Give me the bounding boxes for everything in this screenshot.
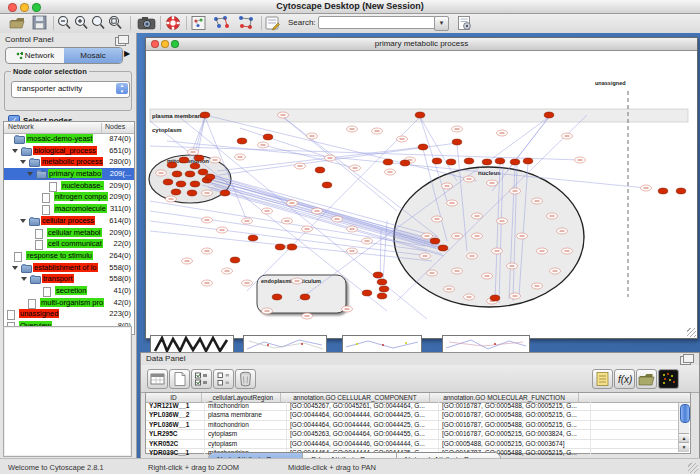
network-node[interactable] [172,171,182,177]
tree-row[interactable]: response to stimulu264(0) [4,250,134,262]
zoom-out-icon[interactable] [56,15,74,31]
network-node[interactable] [510,159,520,165]
search-dropdown-button[interactable]: ▼ [434,16,449,31]
tree-row[interactable]: multi-organism pro42(0) [4,297,134,309]
table-row[interactable]: YPL036W__2plasma membrane[GO:0044464, GO… [146,411,690,420]
network-node[interactable] [362,290,372,296]
tab-network[interactable]: Network [6,48,64,63]
network-node[interactable] [544,112,554,118]
tree-row[interactable]: macromolecule311(0) [4,203,134,215]
network-node[interactable] [379,286,389,292]
heatmap-icon[interactable] [658,369,679,389]
tree-row[interactable]: cellular metabol209(0) [4,227,134,239]
frame-resize-grip[interactable] [687,328,696,337]
network-node[interactable] [179,157,189,163]
search-input[interactable] [318,16,436,29]
formula-icon[interactable]: f(x) [614,369,635,389]
network-node[interactable] [167,162,177,168]
window-resize-grip[interactable] [688,463,698,473]
network-node[interactable] [658,188,668,194]
network-node[interactable] [383,159,393,165]
table-row[interactable]: YLR295Ccytoplasm[GO:0045263, GO:0044464,… [146,430,690,439]
network-node[interactable] [490,295,500,301]
expand-arrow-icon[interactable] [21,277,27,281]
network-node[interactable] [190,163,200,169]
expand-arrow-icon[interactable] [27,172,33,176]
network-node[interactable] [452,139,462,145]
network-node[interactable] [482,159,492,165]
apply-style-icon[interactable] [456,15,474,31]
tree-row[interactable]: cell communicat22(0) [4,238,134,250]
float-data-panel-icon[interactable] [680,356,691,365]
network-node[interactable] [190,181,200,187]
scroll-down-icon[interactable]: ▼ [679,442,689,452]
network-node[interactable] [200,112,210,118]
scrollbar-thumb[interactable] [680,404,690,423]
network-node[interactable] [230,257,240,263]
network-node[interactable] [430,238,440,244]
help-lifering-icon[interactable] [164,15,182,31]
network-node[interactable] [163,179,173,185]
network-node[interactable] [248,235,258,241]
camera-snapshot-icon[interactable] [137,15,155,31]
import-attributes-icon[interactable] [636,369,657,389]
column-header[interactable]: _cellularLayoutRegion [202,393,281,402]
delete-attribute-icon[interactable] [235,369,256,389]
table-row[interactable]: YKR052Ccytoplasm[GO:0044464, GO:0044446,… [146,440,690,449]
network-node[interactable] [438,245,448,251]
tree-row[interactable]: nitrogen compo209(0) [4,191,134,203]
network-canvas[interactable]: plasma membrane cytoplasm mitochondrion … [147,51,694,335]
network-node[interactable] [377,279,387,285]
edit-form-icon[interactable] [264,15,282,31]
zoom-fit-icon[interactable] [107,15,125,31]
open-folder-icon[interactable] [9,15,27,31]
tab-mosaic[interactable]: Mosaic [64,48,122,63]
network-node[interactable] [377,293,387,299]
network-frame-titlebar[interactable]: primary metabolic process [146,38,697,51]
zoom-in-icon[interactable] [73,15,91,31]
table-scrollbar[interactable]: ▲ ▼ [678,403,689,452]
network-node[interactable] [220,190,230,196]
network-node[interactable] [415,112,425,118]
unselect-attributes-icon[interactable] [213,369,234,389]
network-node[interactable] [194,155,204,161]
birdseye-view-panel[interactable] [3,326,132,457]
network-node[interactable] [495,158,505,164]
table-row[interactable]: YPL036W__1mitochondrion[GO:0044464, GO:0… [146,421,690,430]
more-tabs-arrow[interactable]: ▶ [124,49,130,58]
network-node[interactable] [171,189,181,195]
node-color-dropdown[interactable]: transporter activity ▲▼ [11,81,130,98]
expand-arrow-icon[interactable] [20,219,26,223]
column-header[interactable]: annotation.GO CELLULAR_COMPONENT [281,393,430,402]
tree-row[interactable]: secretion41(0) [4,285,134,297]
tree-row[interactable]: nucleobase-209(0) [4,180,134,192]
tree-row[interactable]: establishment of lo558(0) [4,262,134,274]
tree-row[interactable]: cellular process614(0) [4,215,134,227]
network-node[interactable] [322,182,332,188]
float-panel-icon[interactable] [115,37,126,46]
expand-arrow-icon[interactable] [12,149,18,153]
network-node[interactable] [432,158,442,164]
tree-row[interactable]: biological_process651(0) [4,145,134,157]
zoom-selected-icon[interactable] [90,15,108,31]
tree-row[interactable]: metabolic process280(0) [4,156,134,168]
attribute-table-icon[interactable] [147,369,168,389]
network-node[interactable] [205,174,215,180]
network-node[interactable] [263,134,273,140]
new-attribute-icon[interactable] [169,369,190,389]
network-node[interactable] [198,169,208,175]
notes-icon[interactable] [592,369,613,389]
tree-row[interactable]: primary metabo209(... [4,168,134,180]
tree-row[interactable]: mosaic-demo-yeast874(0) [4,133,134,145]
network-layout-2-icon[interactable] [237,15,255,31]
network-node[interactable] [418,144,428,150]
network-node[interactable] [176,181,186,187]
network-node[interactable] [287,244,297,250]
network-node[interactable] [187,190,197,196]
column-header[interactable]: ID [146,393,202,402]
network-layout-1-icon[interactable] [212,15,230,31]
select-attributes-icon[interactable] [191,369,212,389]
network-node[interactable] [237,138,247,144]
network-node[interactable] [523,158,533,164]
network-node[interactable] [446,159,456,165]
